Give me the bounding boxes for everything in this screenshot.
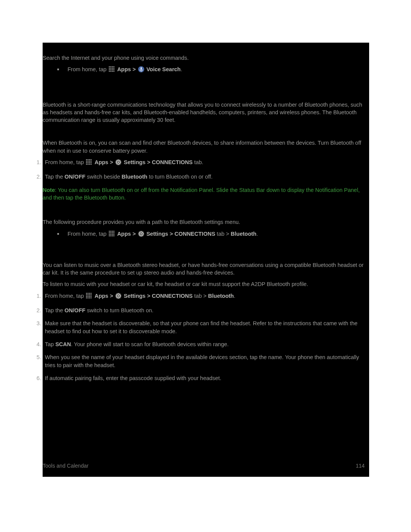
list-item: Tap the ON/OFF switch to turn Bluetooth … [43,307,367,314]
svg-line-97 [119,297,120,297]
separator: > [108,293,115,299]
page-footer: Tools and Calendar 114 [43,462,367,470]
svg-rect-52 [112,232,113,233]
svg-line-69 [139,232,140,232]
scan-label: SCAN [55,341,71,347]
svg-line-45 [119,160,120,161]
svg-rect-1 [110,66,112,67]
bluetooth-label: Bluetooth [208,293,234,299]
svg-rect-60 [112,235,113,236]
bluetooth-settings-steps: From home, tap Apps > Settings > CONNECT… [43,230,369,239]
svg-rect-8 [109,69,110,70]
svg-rect-74 [88,293,89,294]
apps-label: Apps [117,66,131,72]
svg-rect-55 [110,234,112,235]
svg-rect-76 [91,293,92,294]
bluetooth-connect-intro2: To listen to music with your headset or … [43,280,369,288]
svg-rect-84 [91,296,92,297]
svg-rect-87 [89,297,90,299]
svg-rect-31 [86,164,87,165]
svg-rect-17 [140,67,142,70]
svg-rect-12 [109,71,110,72]
text: From home, tap [67,66,108,72]
svg-rect-26 [91,161,92,162]
bluetooth-onoff-steps: From home, tap Apps > Settings > CONNECT… [43,158,369,181]
list-item: Make sure that the headset is discoverab… [43,320,367,335]
svg-line-44 [117,163,117,164]
text: From home, tap [67,231,108,237]
svg-rect-54 [109,234,110,235]
text: . [256,231,258,237]
svg-line-70 [142,235,143,235]
bluetooth-settings-step: From home, tap Apps > Settings > CONNECT… [57,230,367,239]
list-item: When you see the name of your headset di… [43,353,367,369]
svg-line-96 [117,294,117,294]
svg-rect-24 [88,161,89,162]
svg-rect-0 [109,66,110,67]
list-item: From home, tap Apps > Settings > CONNECT… [43,292,367,301]
bluetooth-label: Bluetooth [121,174,147,180]
svg-rect-88 [91,297,92,299]
text: . [234,293,235,299]
separator: > [131,231,137,237]
apps-label: Apps [117,231,131,237]
text: From home, tap [45,159,85,165]
svg-rect-13 [110,71,112,72]
svg-point-37 [118,161,119,163]
settings-label: Settings [124,159,145,165]
voice-search-step: From home, tap Apps > Voice Search. [57,66,367,75]
onoff-label: ON/OFF [65,174,86,180]
svg-rect-6 [112,68,113,69]
svg-rect-86 [88,297,89,299]
text: Tap the [45,307,65,313]
text: tab. [193,159,203,165]
apps-label: Apps [94,159,108,165]
settings-gear-icon [115,292,122,301]
voice-search-intro: Search the Internet and your phone using… [43,54,369,62]
svg-rect-34 [91,164,92,165]
apps-grid-icon [108,66,115,75]
svg-rect-85 [86,297,87,299]
svg-rect-59 [110,235,112,236]
bluetooth-onoff-note: Note: You can also turn Bluetooth on or … [43,186,369,202]
apps-label: Apps [94,293,108,299]
document-page: Search the Internet and your phone using… [0,0,411,532]
bluetooth-connect-intro1: You can listen to music over a Bluetooth… [43,261,369,277]
page-content: Search the Internet and your phone using… [43,43,369,477]
bluetooth-connect-steps: From home, tap Apps > Settings > CONNECT… [43,292,369,382]
svg-rect-5 [110,68,112,69]
svg-rect-22 [91,159,92,160]
footer-section-title: Tools and Calendar [43,462,89,470]
text: Tap [45,341,55,347]
svg-rect-58 [109,235,110,236]
svg-rect-20 [88,159,89,160]
svg-rect-56 [112,234,113,235]
svg-rect-80 [91,294,92,296]
svg-rect-3 [113,66,115,67]
svg-rect-50 [109,232,110,233]
svg-rect-46 [109,231,110,232]
onoff-label: ON/OFF [65,307,86,313]
svg-rect-53 [113,232,115,233]
svg-rect-27 [86,162,87,163]
bluetooth-settings-intro: The following procedure provides you wit… [43,218,369,226]
settings-label: Settings [147,231,168,237]
svg-rect-57 [113,234,115,235]
separator: > [145,159,152,165]
text: From home, tap [45,293,85,299]
separator: > [145,293,152,299]
svg-rect-61 [113,235,115,236]
svg-rect-33 [89,164,90,165]
svg-rect-78 [88,294,89,296]
note-text: : You can also turn Bluetooth on or off … [43,187,360,201]
svg-rect-10 [112,69,113,70]
svg-line-42 [117,160,117,161]
svg-rect-79 [89,294,90,296]
list-item: Tap the ON/OFF switch beside Bluetooth t… [43,173,367,181]
svg-rect-77 [86,294,87,296]
list-item: From home, tap Apps > Settings > CONNECT… [43,158,367,168]
list-item: Tap SCAN. Your phone will start to scan … [43,340,367,348]
svg-rect-4 [109,68,110,69]
text: . [181,66,182,72]
svg-rect-75 [89,293,90,294]
